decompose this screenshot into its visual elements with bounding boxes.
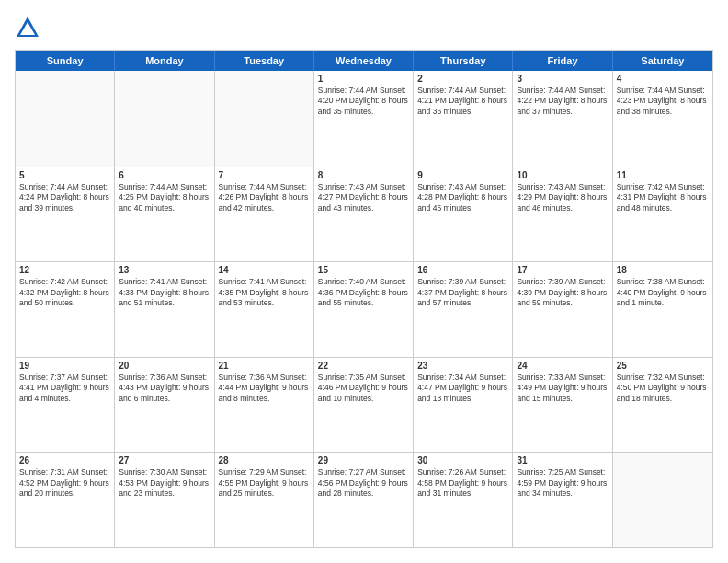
day-number: 28 — [219, 455, 310, 465]
day-content: Sunrise: 7:40 AM Sunset: 4:36 PM Dayligh… — [318, 277, 409, 308]
day-number: 6 — [119, 170, 210, 180]
day-number: 23 — [417, 361, 508, 371]
week-3: 12Sunrise: 7:42 AM Sunset: 4:32 PM Dayli… — [16, 261, 712, 357]
day-number: 13 — [119, 265, 210, 275]
day-cell-12: 12Sunrise: 7:42 AM Sunset: 4:32 PM Dayli… — [16, 262, 115, 357]
day-number: 15 — [318, 265, 409, 275]
empty-cell — [613, 453, 712, 547]
day-number: 4 — [617, 74, 709, 84]
day-cell-24: 24Sunrise: 7:33 AM Sunset: 4:49 PM Dayli… — [513, 358, 612, 453]
header-day-monday: Monday — [115, 51, 214, 71]
day-content: Sunrise: 7:44 AM Sunset: 4:22 PM Dayligh… — [517, 86, 608, 117]
day-cell-13: 13Sunrise: 7:41 AM Sunset: 4:33 PM Dayli… — [115, 262, 214, 357]
day-content: Sunrise: 7:30 AM Sunset: 4:53 PM Dayligh… — [119, 467, 210, 499]
day-number: 21 — [219, 361, 310, 371]
day-cell-7: 7Sunrise: 7:44 AM Sunset: 4:26 PM Daylig… — [215, 167, 314, 262]
header-day-thursday: Thursday — [414, 51, 513, 71]
day-number: 27 — [119, 455, 210, 465]
day-number: 10 — [517, 170, 608, 180]
day-content: Sunrise: 7:42 AM Sunset: 4:31 PM Dayligh… — [617, 182, 709, 213]
week-4: 19Sunrise: 7:37 AM Sunset: 4:41 PM Dayli… — [16, 357, 712, 453]
day-content: Sunrise: 7:41 AM Sunset: 4:33 PM Dayligh… — [119, 277, 210, 308]
day-content: Sunrise: 7:25 AM Sunset: 4:59 PM Dayligh… — [517, 467, 608, 499]
day-cell-20: 20Sunrise: 7:36 AM Sunset: 4:43 PM Dayli… — [115, 358, 214, 453]
day-cell-9: 9Sunrise: 7:43 AM Sunset: 4:28 PM Daylig… — [414, 167, 513, 262]
day-content: Sunrise: 7:44 AM Sunset: 4:23 PM Dayligh… — [617, 86, 709, 117]
empty-cell — [115, 71, 214, 167]
day-cell-11: 11Sunrise: 7:42 AM Sunset: 4:31 PM Dayli… — [613, 167, 712, 262]
calendar-header: SundayMondayTuesdayWednesdayThursdayFrid… — [16, 51, 712, 71]
day-number: 1 — [318, 74, 409, 84]
day-cell-27: 27Sunrise: 7:30 AM Sunset: 4:53 PM Dayli… — [115, 453, 214, 547]
day-content: Sunrise: 7:33 AM Sunset: 4:49 PM Dayligh… — [517, 373, 608, 404]
day-content: Sunrise: 7:43 AM Sunset: 4:28 PM Dayligh… — [417, 182, 508, 213]
header-day-tuesday: Tuesday — [215, 51, 314, 71]
week-5: 26Sunrise: 7:31 AM Sunset: 4:52 PM Dayli… — [16, 452, 712, 547]
day-content: Sunrise: 7:38 AM Sunset: 4:40 PM Dayligh… — [617, 277, 709, 308]
day-content: Sunrise: 7:35 AM Sunset: 4:46 PM Dayligh… — [318, 373, 409, 404]
day-cell-3: 3Sunrise: 7:44 AM Sunset: 4:22 PM Daylig… — [513, 71, 612, 167]
day-content: Sunrise: 7:41 AM Sunset: 4:35 PM Dayligh… — [219, 277, 310, 308]
logo-icon — [15, 15, 40, 40]
day-number: 3 — [517, 74, 608, 84]
day-cell-6: 6Sunrise: 7:44 AM Sunset: 4:25 PM Daylig… — [115, 167, 214, 262]
day-cell-2: 2Sunrise: 7:44 AM Sunset: 4:21 PM Daylig… — [414, 71, 513, 167]
day-number: 22 — [318, 361, 409, 371]
day-content: Sunrise: 7:34 AM Sunset: 4:47 PM Dayligh… — [417, 373, 508, 404]
day-content: Sunrise: 7:44 AM Sunset: 4:21 PM Dayligh… — [417, 86, 508, 117]
day-number: 19 — [19, 361, 110, 371]
day-cell-19: 19Sunrise: 7:37 AM Sunset: 4:41 PM Dayli… — [16, 358, 115, 453]
day-cell-4: 4Sunrise: 7:44 AM Sunset: 4:23 PM Daylig… — [613, 71, 712, 167]
day-number: 18 — [617, 265, 709, 275]
empty-cell — [215, 71, 314, 167]
day-cell-1: 1Sunrise: 7:44 AM Sunset: 4:20 PM Daylig… — [314, 71, 414, 167]
day-cell-17: 17Sunrise: 7:39 AM Sunset: 4:39 PM Dayli… — [513, 262, 612, 357]
day-number: 14 — [219, 265, 310, 275]
day-content: Sunrise: 7:44 AM Sunset: 4:20 PM Dayligh… — [318, 86, 409, 117]
day-content: Sunrise: 7:31 AM Sunset: 4:52 PM Dayligh… — [19, 467, 110, 499]
day-number: 29 — [318, 455, 409, 465]
day-content: Sunrise: 7:29 AM Sunset: 4:55 PM Dayligh… — [219, 467, 310, 499]
header — [15, 15, 713, 40]
day-cell-16: 16Sunrise: 7:39 AM Sunset: 4:37 PM Dayli… — [414, 262, 513, 357]
day-cell-31: 31Sunrise: 7:25 AM Sunset: 4:59 PM Dayli… — [513, 453, 612, 547]
day-content: Sunrise: 7:44 AM Sunset: 4:24 PM Dayligh… — [19, 182, 110, 213]
week-2: 5Sunrise: 7:44 AM Sunset: 4:24 PM Daylig… — [16, 167, 712, 262]
day-content: Sunrise: 7:43 AM Sunset: 4:29 PM Dayligh… — [517, 182, 608, 213]
day-cell-26: 26Sunrise: 7:31 AM Sunset: 4:52 PM Dayli… — [16, 453, 115, 547]
header-day-friday: Friday — [513, 51, 612, 71]
day-number: 25 — [617, 361, 709, 371]
day-number: 11 — [617, 170, 709, 180]
day-cell-15: 15Sunrise: 7:40 AM Sunset: 4:36 PM Dayli… — [314, 262, 414, 357]
calendar-body: 1Sunrise: 7:44 AM Sunset: 4:20 PM Daylig… — [16, 71, 712, 547]
day-number: 30 — [417, 455, 508, 465]
day-cell-30: 30Sunrise: 7:26 AM Sunset: 4:58 PM Dayli… — [414, 453, 513, 547]
empty-cell — [16, 71, 115, 167]
day-number: 31 — [517, 455, 608, 465]
day-cell-28: 28Sunrise: 7:29 AM Sunset: 4:55 PM Dayli… — [215, 453, 314, 547]
day-number: 26 — [19, 455, 110, 465]
day-cell-25: 25Sunrise: 7:32 AM Sunset: 4:50 PM Dayli… — [613, 358, 712, 453]
day-content: Sunrise: 7:43 AM Sunset: 4:27 PM Dayligh… — [318, 182, 409, 213]
logo — [15, 15, 44, 40]
day-cell-29: 29Sunrise: 7:27 AM Sunset: 4:56 PM Dayli… — [314, 453, 414, 547]
header-day-sunday: Sunday — [16, 51, 115, 71]
day-number: 9 — [417, 170, 508, 180]
day-content: Sunrise: 7:36 AM Sunset: 4:43 PM Dayligh… — [119, 373, 210, 404]
day-cell-14: 14Sunrise: 7:41 AM Sunset: 4:35 PM Dayli… — [215, 262, 314, 357]
day-cell-8: 8Sunrise: 7:43 AM Sunset: 4:27 PM Daylig… — [314, 167, 414, 262]
day-cell-18: 18Sunrise: 7:38 AM Sunset: 4:40 PM Dayli… — [613, 262, 712, 357]
day-number: 17 — [517, 265, 608, 275]
day-cell-10: 10Sunrise: 7:43 AM Sunset: 4:29 PM Dayli… — [513, 167, 612, 262]
week-1: 1Sunrise: 7:44 AM Sunset: 4:20 PM Daylig… — [16, 71, 712, 167]
day-number: 7 — [219, 170, 310, 180]
page: SundayMondayTuesdayWednesdayThursdayFrid… — [0, 0, 728, 563]
header-day-wednesday: Wednesday — [314, 51, 414, 71]
day-content: Sunrise: 7:27 AM Sunset: 4:56 PM Dayligh… — [318, 467, 409, 499]
day-cell-5: 5Sunrise: 7:44 AM Sunset: 4:24 PM Daylig… — [16, 167, 115, 262]
day-number: 12 — [19, 265, 110, 275]
day-number: 16 — [417, 265, 508, 275]
day-content: Sunrise: 7:42 AM Sunset: 4:32 PM Dayligh… — [19, 277, 110, 308]
day-content: Sunrise: 7:32 AM Sunset: 4:50 PM Dayligh… — [617, 373, 709, 404]
day-number: 20 — [119, 361, 210, 371]
